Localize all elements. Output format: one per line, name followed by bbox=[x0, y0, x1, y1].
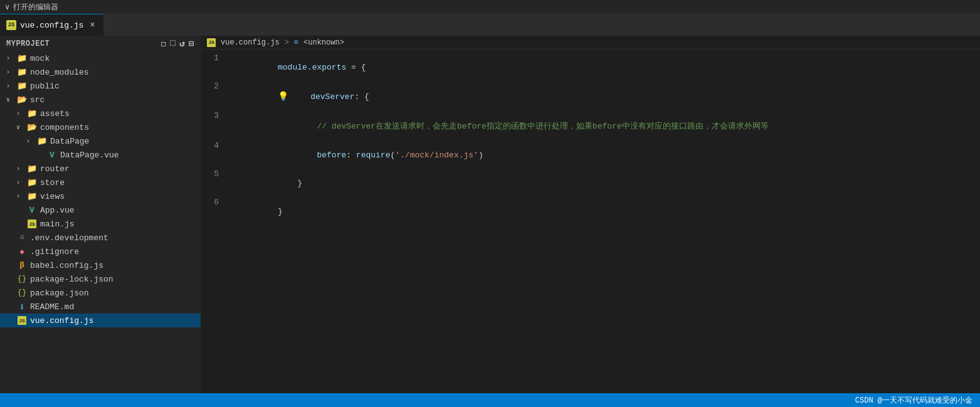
tree-item-readme[interactable]: ℹ README.md bbox=[0, 300, 201, 314]
token: './mock/index.js' bbox=[395, 151, 478, 160]
chevron-right-icon: › bbox=[16, 193, 26, 200]
new-folder-icon[interactable]: □ bbox=[170, 38, 176, 49]
tab-filename: vue.config.js bbox=[20, 21, 83, 30]
title-bar: ∨ 打开的编辑器 bbox=[0, 0, 980, 14]
tree-item-datapage-folder[interactable]: › 📁 DataPage bbox=[0, 134, 201, 148]
json-icon: {} bbox=[16, 288, 28, 298]
tree-item-label: DataPage bbox=[50, 137, 89, 146]
js-file-icon: JS bbox=[16, 315, 28, 325]
folder-icon: 📁 bbox=[26, 191, 38, 201]
folder-icon: 📁 bbox=[16, 53, 28, 63]
tree-item-assets[interactable]: › 📁 assets bbox=[0, 107, 201, 120]
vue-icon: V bbox=[46, 150, 58, 160]
line-number: 2 bbox=[201, 82, 229, 91]
token: // devServer在发送请求时，会先走before指定的函数中进行处理，如… bbox=[278, 122, 769, 131]
line-content: // devServer在发送请求时，会先走before指定的函数中进行处理，如… bbox=[229, 111, 980, 141]
chevron-down-icon: ∨ bbox=[6, 96, 16, 103]
tree-item-babel-config[interactable]: β babel.config.js bbox=[0, 258, 201, 272]
status-bar-text: CSDN @一天不写代码就难受的小金 bbox=[855, 395, 972, 406]
new-file-icon[interactable]: ◻ bbox=[161, 38, 166, 49]
babel-icon: β bbox=[16, 260, 28, 270]
tree-item-router[interactable]: › 📁 router bbox=[0, 162, 201, 176]
tree-item-label: .env.development bbox=[30, 233, 108, 243]
code-line-1: 1 module.exports = { bbox=[201, 53, 980, 82]
chevron-right-icon: › bbox=[16, 166, 26, 172]
tree-item-vue-config[interactable]: JS vue.config.js bbox=[0, 314, 201, 327]
code-editor[interactable]: 1 module.exports = { 2 💡 devServer: { 3 … bbox=[201, 50, 980, 393]
breadcrumb-context-icon: ⊙ bbox=[294, 38, 298, 47]
open-editors-label: 打开的编辑器 bbox=[13, 2, 58, 13]
line-content: } bbox=[229, 169, 980, 198]
tree-item-label: components bbox=[40, 123, 89, 132]
folder-icon: 📁 bbox=[16, 67, 28, 77]
tree-item-package-json[interactable]: {} package.json bbox=[0, 286, 201, 300]
editor-area: JS vue.config.js > ⊙ <unknown> 1 module.… bbox=[201, 36, 980, 393]
tree-item-label: package.json bbox=[30, 288, 89, 298]
code-line-4: 4 before: require('./mock/index.js') bbox=[201, 141, 980, 169]
tree-item-env-development[interactable]: ≡ .env.development bbox=[0, 231, 201, 245]
folder-icon: 📁 bbox=[26, 177, 38, 188]
breadcrumb-context: <unknown> bbox=[303, 38, 344, 47]
tree-item-package-lock[interactable]: {} package-lock.json bbox=[0, 272, 201, 286]
tree-item-views[interactable]: › 📁 views bbox=[0, 189, 201, 203]
close-tab-button[interactable]: × bbox=[87, 20, 97, 30]
folder-open-icon: 📂 bbox=[16, 95, 28, 105]
code-line-6: 6 } bbox=[201, 198, 980, 226]
chevron-right-icon: › bbox=[6, 83, 16, 90]
tree-item-components[interactable]: ∨ 📂 components bbox=[0, 120, 201, 134]
tree-item-label: store bbox=[40, 178, 65, 188]
project-header: MYPROJECT ◻ □ ↺ ⊟ bbox=[0, 36, 201, 51]
line-number: 5 bbox=[201, 169, 229, 179]
token: ) bbox=[478, 151, 483, 160]
breadcrumb-bar: JS vue.config.js > ⊙ <unknown> bbox=[201, 36, 980, 50]
js-icon: JS bbox=[6, 20, 16, 30]
chevron-right-icon: › bbox=[16, 110, 26, 117]
tree-item-main-js[interactable]: JS main.js bbox=[0, 217, 201, 231]
line-number: 1 bbox=[201, 53, 229, 63]
tree-item-public[interactable]: › 📁 public bbox=[0, 79, 201, 93]
file-tree: › 📁 mock › 📁 node_modules › 📁 public ∨ 📂… bbox=[0, 51, 201, 327]
token: : bbox=[346, 151, 356, 160]
json-icon: {} bbox=[16, 274, 28, 284]
chevron-down-icon: ∨ bbox=[5, 3, 9, 12]
code-line-5: 5 } bbox=[201, 169, 980, 198]
tree-item-label: router bbox=[40, 164, 70, 174]
project-label: MYPROJECT bbox=[6, 40, 50, 48]
tab-vue-config[interactable]: JS vue.config.js × bbox=[0, 14, 103, 36]
line-content: 💡 devServer: { bbox=[229, 82, 980, 111]
tree-item-label: DataPage.vue bbox=[60, 151, 119, 160]
tree-item-datapage-vue[interactable]: V DataPage.vue bbox=[0, 148, 201, 162]
tree-item-label: assets bbox=[40, 109, 70, 119]
main-area: MYPROJECT ◻ □ ↺ ⊟ › 📁 mock › 📁 node_modu… bbox=[0, 36, 980, 393]
git-icon: ◆ bbox=[16, 246, 28, 256]
token: { bbox=[361, 63, 366, 72]
tree-item-store[interactable]: › 📁 store bbox=[0, 176, 201, 189]
tree-item-src[interactable]: ∨ 📂 src bbox=[0, 93, 201, 107]
tree-item-node-modules[interactable]: › 📁 node_modules bbox=[0, 65, 201, 79]
token: : { bbox=[354, 92, 369, 102]
breadcrumb-sep: > bbox=[285, 38, 289, 47]
tree-item-label: .gitignore bbox=[30, 247, 79, 256]
breadcrumb-js-icon: JS bbox=[207, 38, 216, 47]
refresh-icon[interactable]: ↺ bbox=[179, 38, 185, 49]
folder-icon: 📁 bbox=[26, 108, 38, 119]
token: } bbox=[278, 179, 302, 188]
vue-icon: V bbox=[26, 205, 38, 215]
env-icon: ≡ bbox=[16, 233, 28, 243]
collapse-icon[interactable]: ⊟ bbox=[189, 38, 194, 49]
line-content: module.exports = { bbox=[229, 53, 980, 82]
code-line-3: 3 // devServer在发送请求时，会先走before指定的函数中进行处理… bbox=[201, 111, 980, 141]
tree-item-label: node_modules bbox=[30, 68, 89, 77]
folder-icon: 📁 bbox=[36, 136, 48, 146]
tree-item-label: App.vue bbox=[40, 206, 75, 215]
tree-item-gitignore[interactable]: ◆ .gitignore bbox=[0, 245, 201, 258]
tree-item-app-vue[interactable]: V App.vue bbox=[0, 203, 201, 217]
tree-item-label: src bbox=[30, 95, 45, 105]
tree-item-mock[interactable]: › 📁 mock bbox=[0, 51, 201, 65]
tree-item-label: mock bbox=[30, 54, 50, 63]
project-actions: ◻ □ ↺ ⊟ bbox=[161, 38, 194, 49]
folder-open-icon: 📂 bbox=[26, 122, 38, 132]
tree-item-label: public bbox=[30, 82, 60, 91]
line-content: before: require('./mock/index.js') bbox=[229, 141, 980, 169]
tree-item-label: babel.config.js bbox=[30, 261, 103, 270]
